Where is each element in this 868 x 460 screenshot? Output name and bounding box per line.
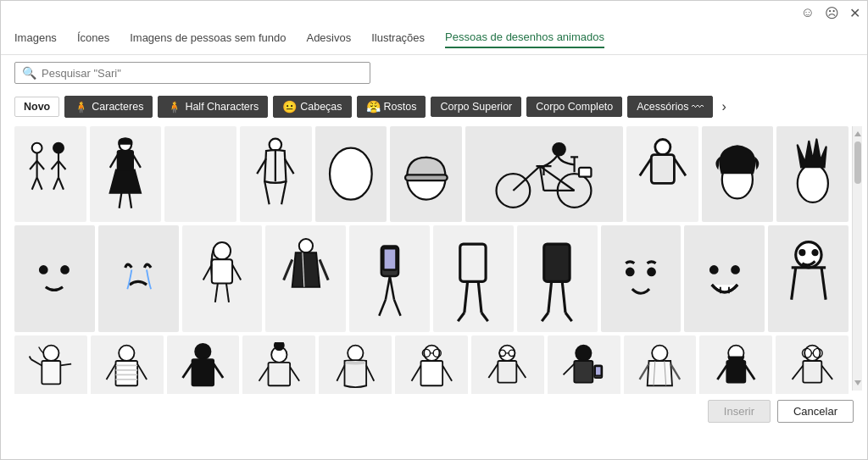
list-item[interactable] <box>433 225 514 332</box>
list-item[interactable] <box>699 335 772 394</box>
rostos-icon: 😤 <box>366 100 381 114</box>
half-characters-icon: 🧍 <box>167 100 181 114</box>
svg-point-69 <box>648 269 655 276</box>
svg-rect-97 <box>269 363 291 385</box>
svg-line-62 <box>481 313 488 321</box>
svg-point-0 <box>32 143 42 153</box>
svg-line-109 <box>442 366 452 381</box>
svg-line-64 <box>548 282 552 313</box>
scrollbar-thumb[interactable] <box>854 141 861 184</box>
category-cabecas[interactable]: 😐 Cabeças <box>273 96 351 118</box>
svg-line-5 <box>37 178 42 190</box>
search-input-wrap: 🔍 <box>14 62 370 84</box>
list-item[interactable] <box>319 335 392 394</box>
svg-point-18 <box>270 139 281 151</box>
svg-line-128 <box>745 366 754 380</box>
tab-pessoas-animados[interactable]: Pessoas de desenhos animados <box>445 30 604 48</box>
tabs-bar: Imagens Ícones Imagens de pessoas sem fu… <box>1 25 867 55</box>
cabecas-icon: 😐 <box>282 100 297 114</box>
svg-line-14 <box>110 155 118 168</box>
svg-line-4 <box>32 178 37 190</box>
categories-next-arrow[interactable]: › <box>718 99 729 114</box>
svg-point-78 <box>43 346 58 361</box>
list-item[interactable] <box>91 335 164 394</box>
list-item[interactable] <box>390 126 462 222</box>
category-caracteres[interactable]: 🧍 Caracteres <box>64 96 153 118</box>
list-item[interactable] <box>776 335 849 394</box>
list-item[interactable] <box>684 225 765 332</box>
category-novo[interactable]: Novo <box>14 97 59 117</box>
list-item[interactable] <box>471 335 544 394</box>
category-half-characters[interactable]: 🧍 Half Characters <box>158 96 268 118</box>
tab-ilustracoes[interactable]: Ilustrações <box>371 31 425 47</box>
category-rostos[interactable]: 😤 Rostos <box>357 96 426 118</box>
list-item[interactable] <box>776 126 849 222</box>
svg-line-134 <box>792 366 803 380</box>
scrollbar[interactable] <box>852 126 862 391</box>
svg-line-59 <box>465 282 468 313</box>
scroll-down-arrow[interactable] <box>854 380 861 385</box>
close-icon[interactable]: ✕ <box>849 5 860 21</box>
svg-point-43 <box>214 243 231 260</box>
svg-line-90 <box>138 364 147 380</box>
list-item[interactable] <box>98 225 179 332</box>
svg-point-42 <box>62 267 69 274</box>
svg-point-71 <box>732 267 739 274</box>
sad-icon[interactable]: ☹ <box>825 5 839 21</box>
corpo-completo-label: Corpo Completo <box>536 101 613 113</box>
svg-line-94 <box>214 364 223 378</box>
svg-point-70 <box>710 267 717 274</box>
svg-line-98 <box>259 367 269 380</box>
list-item[interactable] <box>14 225 95 332</box>
title-bar-icons: ☺ ☹ ✕ <box>801 5 860 21</box>
list-item[interactable] <box>395 335 468 394</box>
title-bar: ☺ ☹ ✕ <box>1 1 867 25</box>
list-item[interactable] <box>626 126 698 222</box>
svg-point-91 <box>195 344 210 359</box>
list-item[interactable] <box>90 126 162 222</box>
smiley-icon[interactable]: ☺ <box>801 5 815 21</box>
list-item[interactable] <box>315 126 387 222</box>
svg-line-38 <box>674 158 686 175</box>
list-item[interactable] <box>14 126 86 222</box>
rostos-label: Rostos <box>384 101 417 113</box>
category-corpo-completo[interactable]: Corpo Completo <box>526 97 622 117</box>
tab-adesivos[interactable]: Adesivos <box>306 31 351 47</box>
scroll-up-arrow[interactable] <box>854 131 861 136</box>
list-item[interactable] <box>465 126 623 222</box>
list-item[interactable] <box>768 225 849 332</box>
list-item[interactable] <box>601 225 682 332</box>
list-item[interactable] <box>14 335 87 394</box>
list-item[interactable] <box>548 335 620 394</box>
svg-line-10 <box>54 178 59 190</box>
list-item[interactable] <box>182 225 263 332</box>
svg-rect-114 <box>498 361 517 383</box>
list-item[interactable] <box>167 335 240 394</box>
svg-line-11 <box>58 178 64 190</box>
svg-line-2 <box>31 161 37 169</box>
svg-point-76 <box>813 251 817 255</box>
svg-line-127 <box>717 366 726 380</box>
tab-pessoas-sem-fundo[interactable]: Imagens de pessoas sem fundo <box>130 31 286 47</box>
svg-line-20 <box>265 181 270 204</box>
tab-imagens[interactable]: Imagens <box>14 31 57 47</box>
svg-point-41 <box>41 267 47 274</box>
svg-rect-107 <box>420 361 442 385</box>
tab-icones[interactable]: Ícones <box>77 31 109 47</box>
list-item[interactable] <box>240 126 312 222</box>
list-item[interactable] <box>242 335 315 394</box>
svg-rect-53 <box>383 249 396 270</box>
search-input[interactable] <box>42 67 363 80</box>
cancelar-button[interactable]: Cancelar <box>777 400 854 423</box>
svg-rect-92 <box>192 359 214 385</box>
list-item[interactable] <box>164 126 236 222</box>
list-item[interactable] <box>349 225 430 332</box>
list-item[interactable] <box>624 335 697 394</box>
list-item[interactable] <box>265 225 346 332</box>
category-acessorios[interactable]: Acessórios 〰 <box>627 96 713 118</box>
list-item[interactable] <box>702 126 774 222</box>
category-corpo-superior[interactable]: Corpo Superior <box>431 97 521 117</box>
inserir-button[interactable]: Inserir <box>708 400 771 423</box>
list-item[interactable] <box>517 225 598 332</box>
svg-line-66 <box>542 313 548 321</box>
